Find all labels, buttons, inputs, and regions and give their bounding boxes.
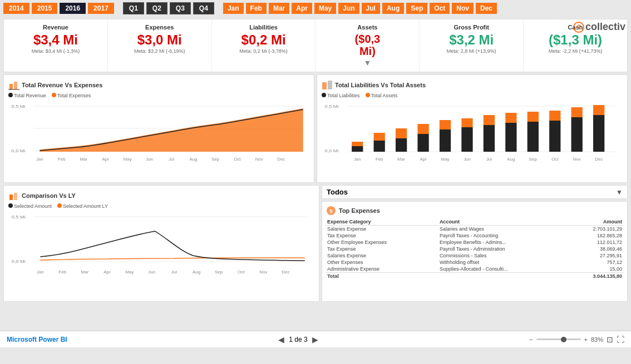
svg-text:May: May (125, 270, 134, 274)
kpi-expenses-meta: Meta: $3,2 Mi (-6,19%) (115, 48, 205, 54)
kpi-gross-profit: Gross Profit $3,2 Mi Meta: 2,8 Mi (+13,9… (420, 19, 524, 72)
zoom-minus-icon[interactable]: − (529, 336, 533, 343)
fullscreen-btn[interactable]: ⛶ (617, 335, 624, 344)
svg-rect-39 (484, 115, 495, 125)
svg-rect-20 (322, 82, 327, 89)
svg-rect-30 (396, 138, 407, 152)
zoom-thumb (561, 337, 566, 342)
svg-rect-27 (352, 142, 363, 146)
kpi-cash-meta: Meta: -2,2 Mi (+41,73%) (530, 48, 620, 54)
svg-rect-43 (528, 112, 539, 122)
bottom-bar: Microsoft Power BI ◀ 1 de 3 ▶ − + 83% ⊡ … (0, 331, 631, 347)
svg-text:Sep: Sep (529, 157, 537, 161)
logo-text: collectiv (585, 21, 625, 33)
feb-btn[interactable]: Feb (246, 3, 267, 14)
table-row: Other Employee ExpensesEmployee Benefits… (326, 239, 624, 246)
svg-text:Jun: Jun (146, 157, 153, 161)
kpi-assets-title: Assets (322, 24, 412, 31)
svg-rect-0 (9, 84, 13, 89)
selected-amount-ly-legend-dot (57, 203, 62, 208)
mar-btn[interactable]: Mar (269, 3, 289, 14)
bottom-area: Comparison Vs LY Selected Amount Selecte… (3, 185, 628, 302)
svg-text:Jun: Jun (464, 157, 471, 161)
q4-btn[interactable]: Q4 (193, 2, 214, 14)
svg-text:Jul: Jul (486, 157, 492, 161)
jul-btn[interactable]: Jul (362, 3, 380, 14)
year-2017-btn[interactable]: 2017 (88, 3, 114, 14)
kpi-gross-profit-meta: Meta: 2,8 Mi (+13,9%) (426, 48, 516, 54)
next-page-btn[interactable]: ▶ (312, 335, 318, 344)
oct-btn[interactable]: Oct (430, 3, 450, 14)
zoom-control: − + 83% ⊡ ⛶ (529, 335, 624, 344)
svg-text:Aug: Aug (189, 157, 197, 161)
apr-btn[interactable]: Apr (292, 3, 312, 14)
svg-rect-21 (328, 81, 332, 89)
svg-rect-35 (440, 120, 451, 129)
page-indicator: 1 de 3 (289, 336, 307, 343)
selected-amount-legend-dot (8, 203, 13, 208)
kpi-liabilities-title: Liabilities (219, 24, 309, 31)
charts-area: Total Revenue Vs Expenses Total Revenue … (3, 74, 628, 183)
kpi-gross-profit-value: $3,2 Mi (426, 33, 516, 47)
q1-btn[interactable]: Q1 (123, 2, 144, 14)
table-row-total: Total3.044.135,80 (326, 273, 624, 280)
kpi-revenue-title: Revenue (11, 24, 101, 31)
svg-text:$: $ (329, 208, 332, 214)
svg-text:Jan: Jan (37, 270, 44, 274)
zoom-plus-icon[interactable]: + (584, 336, 588, 343)
aug-btn[interactable]: Aug (382, 3, 404, 14)
svg-rect-47 (571, 107, 583, 117)
kpi-revenue-meta: Meta: $3,4 Mi (-1,3%) (11, 48, 101, 54)
total-revenue-legend-dot (8, 93, 13, 97)
top-expenses-panel: $ Top Expenses Expense Category Account … (322, 201, 628, 302)
svg-rect-28 (374, 141, 385, 152)
svg-text:Oct: Oct (234, 157, 241, 161)
may-btn[interactable]: May (314, 3, 336, 14)
svg-text:Oct: Oct (551, 157, 559, 161)
svg-rect-38 (484, 125, 495, 152)
svg-rect-32 (417, 134, 428, 152)
jan-btn[interactable]: Jan (223, 3, 244, 14)
year-2016-btn[interactable]: 2016 (60, 3, 86, 14)
svg-rect-49 (593, 105, 604, 115)
kpi-expenses-title: Expenses (115, 24, 205, 31)
prev-page-btn[interactable]: ◀ (278, 335, 284, 344)
svg-rect-29 (374, 133, 385, 141)
jun-btn[interactable]: Jun (338, 3, 359, 14)
svg-text:Jun: Jun (148, 270, 155, 274)
logo: © collectiv (573, 21, 625, 33)
kpi-expenses-value: $3,0 Mi (115, 33, 205, 47)
liabilities-assets-svg: 0,5 Mi 0,0 Mi (322, 101, 623, 173)
total-value: 3.044.135,80 (565, 273, 624, 280)
revenue-expenses-chart-title: Total Revenue Vs Expenses (8, 79, 309, 91)
year-2014-btn[interactable]: 2014 (3, 3, 29, 14)
table-row: Salaries ExpenseCommissions - Sales27.29… (326, 252, 624, 259)
nov-btn[interactable]: Nov (452, 3, 474, 14)
total-liabilities-legend-dot (322, 93, 326, 97)
bottom-right: Todos ▼ $ Top Expenses Expense Category … (322, 185, 628, 302)
zoom-slider[interactable] (536, 338, 581, 340)
chart1-icon (8, 79, 19, 91)
year-2015-btn[interactable]: 2015 (32, 3, 58, 14)
svg-rect-42 (528, 122, 539, 152)
svg-text:Apr: Apr (102, 157, 110, 161)
kpi-expenses: Expenses $3,0 Mi Meta: $3,2 Mi (-6,19%) (108, 19, 212, 72)
svg-rect-62 (9, 195, 13, 200)
table-row: Tax ExpensePayroll Taxes - Accounting162… (326, 232, 624, 239)
kpi-revenue-value: $3,4 Mi (11, 33, 101, 47)
svg-text:Feb: Feb (58, 270, 66, 274)
q2-btn[interactable]: Q2 (146, 2, 167, 14)
fit-page-btn[interactable]: ⊡ (607, 335, 613, 344)
kpi-revenue: Revenue $3,4 Mi Meta: $3,4 Mi (-1,3%) (4, 19, 108, 72)
expenses-table: Expense Category Account Amount Salaries… (326, 218, 624, 280)
dec-btn[interactable]: Dec (476, 3, 497, 14)
table-row: Administrative ExpenseSupplies-Allocated… (326, 266, 624, 273)
svg-rect-26 (352, 146, 363, 152)
q3-btn[interactable]: Q3 (170, 2, 191, 14)
todos-dropdown[interactable]: Todos ▼ (322, 185, 628, 199)
sep-btn[interactable]: Sep (406, 3, 427, 14)
svg-text:Apr: Apr (103, 270, 111, 274)
pbi-link[interactable]: Microsoft Power BI (7, 336, 67, 343)
revenue-expenses-legend: Total Revenue Total Expenses (8, 93, 309, 98)
svg-text:Aug: Aug (193, 270, 200, 274)
